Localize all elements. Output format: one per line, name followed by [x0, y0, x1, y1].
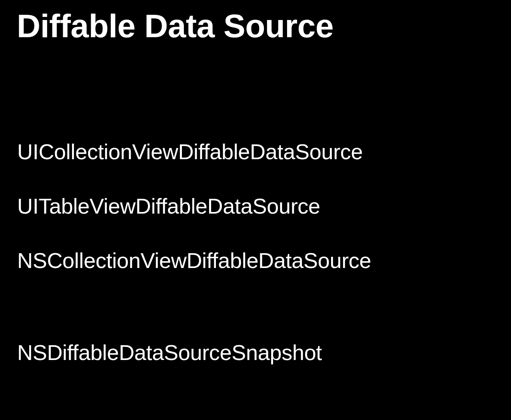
list-item: UICollectionViewDiffableDataSource	[17, 139, 371, 164]
secondary-list-item: NSDiffableDataSourceSnapshot	[17, 340, 322, 365]
slide-title: Diffable Data Source	[17, 7, 333, 45]
list-item: UITableViewDiffableDataSource	[17, 194, 371, 218]
class-list: UICollectionViewDiffableDataSource UITab…	[17, 139, 371, 273]
list-item: NSCollectionViewDiffableDataSource	[17, 248, 371, 273]
